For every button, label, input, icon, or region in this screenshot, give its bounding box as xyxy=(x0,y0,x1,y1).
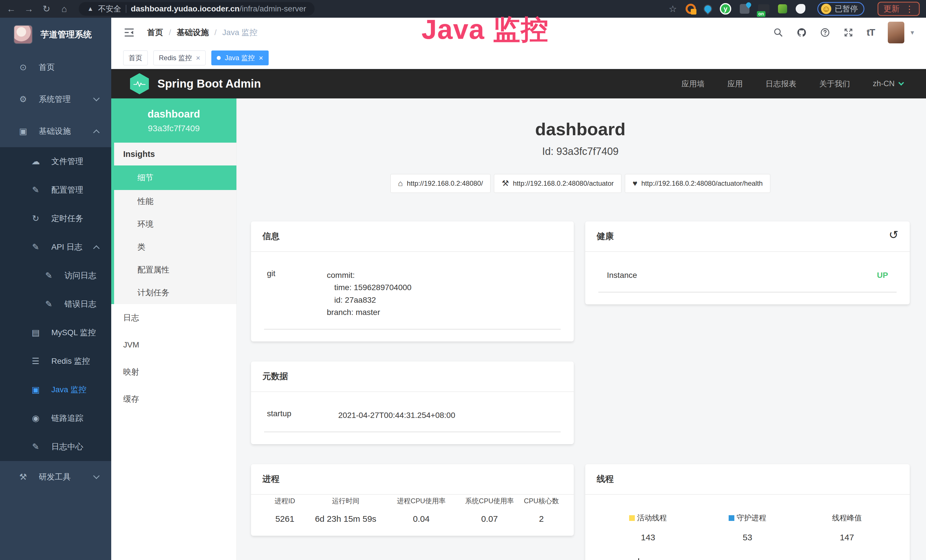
github-icon[interactable] xyxy=(796,27,807,38)
metadata-card-title: 元数据 xyxy=(251,362,574,392)
home-icon: ⌂ xyxy=(398,179,403,188)
chrome-update-button[interactable]: 更新 ⋮ xyxy=(878,2,920,16)
threads-legend: 活动线程 守护进程 线程峰值 xyxy=(598,513,897,523)
page-url: dashboard.yudao.iocoder.cn/infra/admin-s… xyxy=(131,4,306,14)
close-icon[interactable]: × xyxy=(196,54,200,62)
extension-list-icon[interactable]: on xyxy=(758,4,769,14)
java-monitor-icon: ▣ xyxy=(30,385,41,394)
error-log-icon: ✎ xyxy=(43,300,54,309)
log-edit-icon: ✎ xyxy=(30,243,41,251)
breadcrumb-current: Java 监控 xyxy=(222,27,257,38)
health-instance-row[interactable]: Instance UP xyxy=(598,262,897,292)
bookmark-star-icon[interactable]: ☆ xyxy=(668,4,678,14)
extension-grid-icon[interactable] xyxy=(740,4,749,14)
info-card-title: 信息 xyxy=(251,221,574,252)
sba-nav-about[interactable]: 关于我们 xyxy=(819,79,850,89)
gear-icon: ⚙ xyxy=(18,95,29,104)
sidebar-item-logcenter[interactable]: ✎ 日志中心 xyxy=(0,433,111,461)
tab-java-monitor[interactable]: Java 监控 × xyxy=(211,50,269,65)
sidebar-item-devtools[interactable]: ⚒ 研发工具 xyxy=(0,461,111,493)
process-table-values: 5261 6d 23h 15m 59s 0.04 0.07 2 xyxy=(264,514,561,524)
dashboard-icon: ⊙ xyxy=(18,63,29,72)
sba-brand[interactable]: Spring Boot Admin xyxy=(130,73,261,94)
user-menu-caret-icon[interactable]: ▾ xyxy=(911,29,914,36)
instance-name: dashboard xyxy=(147,108,200,120)
sba-item-scheduled[interactable]: 计划任务 xyxy=(114,281,236,304)
sidebar-fold-icon[interactable] xyxy=(123,27,135,38)
fullscreen-icon[interactable] xyxy=(843,27,853,38)
text-size-icon[interactable]: tT xyxy=(867,27,875,38)
not-secure-label: 不安全 xyxy=(98,4,121,14)
sba-item-classes[interactable]: 类 xyxy=(114,236,236,259)
sidebar-item-accesslog[interactable]: ✎ 访问日志 xyxy=(0,261,111,290)
extension-pin-icon[interactable] xyxy=(703,4,713,14)
browser-reload-icon[interactable]: ↻ xyxy=(42,4,51,14)
close-icon[interactable]: × xyxy=(259,54,263,62)
search-icon[interactable] xyxy=(773,27,784,38)
instance-id: 93a3fc7f7409 xyxy=(148,124,200,133)
sidebar-item-trace[interactable]: ◉ 链路追踪 xyxy=(0,404,111,433)
sidebar-item-redis[interactable]: ☰ Redis 监控 xyxy=(0,347,111,375)
sba-item-configprops[interactable]: 配置属性 xyxy=(114,259,236,281)
breadcrumb-home[interactable]: 首页 xyxy=(147,27,163,38)
sidebar-item-home[interactable]: ⊙ 首页 xyxy=(0,51,111,83)
sidebar-item-config[interactable]: ✎ 配置管理 xyxy=(0,176,111,204)
breadcrumb-infra[interactable]: 基础设施 xyxy=(177,27,209,38)
git-commit-details: commit: time: 1596289704000 id: 27aa832 … xyxy=(327,269,412,319)
health-url-button[interactable]: ♥ http://192.168.0.2:48080/actuator/heal… xyxy=(625,174,770,193)
tags-bar: 首页 Redis 监控 × Java 监控 × xyxy=(111,47,926,69)
address-bar[interactable]: ▲ 不安全 dashboard.yudao.iocoder.cn/infra/a… xyxy=(79,2,315,16)
tools-icon: ⚒ xyxy=(18,473,29,481)
sidebar-item-java[interactable]: ▣ Java 监控 xyxy=(0,375,111,404)
extension-y-icon[interactable]: y xyxy=(720,3,731,15)
annotation-java-monitor: Java 监控 xyxy=(422,11,549,48)
threads-card-title: 线程 xyxy=(585,464,910,495)
sba-item-mappings[interactable]: 映射 xyxy=(111,358,236,385)
mysql-icon: ▤ xyxy=(30,328,41,337)
user-avatar[interactable] xyxy=(888,22,904,43)
sba-nav-applications[interactable]: 应用 xyxy=(727,79,743,89)
sba-locale-select[interactable]: zh-CN xyxy=(873,79,903,88)
sba-item-caches[interactable]: 缓存 xyxy=(111,385,236,413)
browser-back-icon[interactable]: ← xyxy=(6,4,16,14)
live-threads-swatch xyxy=(629,515,635,521)
not-secure-warning-icon: ▲ xyxy=(87,5,94,12)
git-row: git commit: time: 1596289704000 id: 27aa… xyxy=(264,262,561,330)
paused-label: 已暂停 xyxy=(835,4,858,14)
admin-sidebar: 芋道管理系统 ⊙ 首页 ⚙ 系统管理 ▣ 基础设施 ☁ 文件管理 ✎ 配置管理 xyxy=(0,18,111,560)
browser-home-icon[interactable]: ⌂ xyxy=(59,4,69,14)
sba-item-jvm[interactable]: JVM xyxy=(111,331,236,358)
sba-instance-header[interactable]: dashboard 93a3fc7f7409 xyxy=(111,98,236,143)
peak-threads-value: 147 xyxy=(797,533,897,542)
sba-nav-journal[interactable]: 日志报表 xyxy=(766,79,796,89)
sba-nav-wallboard[interactable]: 应用墙 xyxy=(681,79,704,89)
service-url-button[interactable]: ⌂ http://192.168.0.2:48080/ xyxy=(390,174,491,193)
sidebar-item-errorlog[interactable]: ✎ 错误日志 xyxy=(0,290,111,318)
history-icon[interactable]: ↺ xyxy=(889,228,898,241)
sidebar-item-mysql[interactable]: ▤ MySQL 监控 xyxy=(0,318,111,347)
sidebar-item-apilog[interactable]: ✎ API 日志 xyxy=(0,233,111,261)
browser-menu-icon[interactable]: ⋮ xyxy=(905,4,914,14)
app-logo-row[interactable]: 芋道管理系统 xyxy=(0,18,111,51)
extension-icon-1[interactable] xyxy=(685,4,696,14)
tab-home[interactable]: 首页 xyxy=(123,50,148,65)
sidebar-item-job[interactable]: ↻ 定时任务 xyxy=(0,204,111,233)
sba-item-details[interactable]: 细节 xyxy=(114,165,236,190)
browser-forward-icon[interactable]: → xyxy=(24,4,34,14)
sidebar-item-infra[interactable]: ▣ 基础设施 xyxy=(0,115,111,147)
actuator-url-button[interactable]: ⚒ http://192.168.0.2:48080/actuator xyxy=(494,174,622,193)
extensions-puzzle-icon[interactable] xyxy=(796,4,805,14)
tab-redis-monitor[interactable]: Redis 监控 × xyxy=(153,50,206,65)
help-icon[interactable] xyxy=(820,27,830,38)
chevron-down-icon xyxy=(93,473,100,479)
sba-item-environment[interactable]: 环境 xyxy=(114,213,236,236)
timer-icon: ↻ xyxy=(30,214,41,223)
active-dot xyxy=(217,56,221,60)
sba-item-logs[interactable]: 日志 xyxy=(111,304,236,331)
sidebar-item-file[interactable]: ☁ 文件管理 xyxy=(0,147,111,176)
profile-paused-badge[interactable]: ☺ 已暂停 xyxy=(817,2,864,16)
sba-item-metrics[interactable]: 性能 xyxy=(114,190,236,213)
sidebar-item-system[interactable]: ⚙ 系统管理 xyxy=(0,83,111,115)
extension-green-icon[interactable] xyxy=(778,4,787,14)
insights-header: Insights xyxy=(114,143,236,165)
